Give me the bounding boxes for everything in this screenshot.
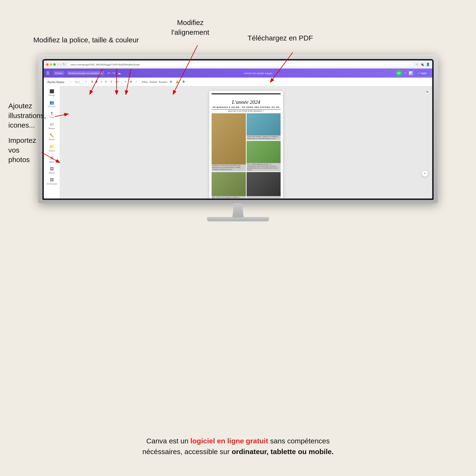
effects-button[interactable]: Effets — [142, 81, 148, 83]
bookmark-icon[interactable]: ☆ — [416, 63, 418, 67]
caption-1: CARIOLE ET TONY DANS NOS VIES, DES PROJE… — [212, 165, 246, 171]
sidebar-item-dessin[interactable]: ✏️ Dessin — [45, 132, 59, 142]
browser-forward-button[interactable]: › — [60, 63, 61, 67]
browser-back-button[interactable]: ‹ — [58, 63, 59, 67]
monitor-bezel-inner: ‹ › ↻ canva.com/design/DAF_Mu59Q/KggF15z… — [42, 59, 434, 200]
design-icon: ⬛ — [50, 89, 54, 94]
text-icon: T — [51, 111, 53, 116]
text-case-button[interactable]: aA — [115, 80, 120, 84]
photo-right-top: LA OÙ TOUT PASSE, L'HIVER ET LA GAMELLE … — [247, 113, 281, 140]
canva-add-button[interactable]: + — [404, 71, 406, 75]
annotation-illustrations: Ajoutezillustrations,icones... — [8, 101, 46, 130]
sidebar-item-marque[interactable]: 🏷 Marque — [45, 121, 59, 131]
bottom-text-part2: sans compétences — [268, 437, 330, 445]
underline-button[interactable]: U — [104, 80, 108, 84]
projets-icon: 📁 — [50, 144, 54, 149]
sidebar-item-photos[interactable]: 🖼 Photos — [45, 165, 59, 175]
bottom-text-part1: Canva est un — [146, 437, 190, 445]
monitor-stand — [38, 203, 438, 221]
italic-button[interactable]: I — [100, 80, 103, 84]
browser-dots — [46, 63, 56, 66]
strikethrough-button[interactable]: S — [109, 80, 113, 84]
account-icon[interactable]: 👤 — [426, 63, 430, 67]
spacing-button[interactable]: ↕ — [135, 80, 138, 84]
dessin-label: Dessin — [49, 138, 55, 141]
applis-icon: ⊞ — [50, 156, 53, 160]
canva-menu-icon[interactable]: ☰ — [46, 71, 50, 75]
browser-navigation: ‹ › ↻ — [58, 62, 66, 67]
canva-share-label: tager — [421, 72, 427, 74]
sidebar-item-elements[interactable]: 👥 Éléments — [45, 99, 59, 109]
animate-button[interactable]: Animer — [150, 81, 157, 83]
align-left-button[interactable]: ≡ — [124, 80, 127, 84]
font-plus-button[interactable]: + — [85, 81, 87, 83]
bottom-text-line2-part1: nécéssaires, accessible sur — [142, 448, 232, 456]
align-list-button[interactable]: ≣ — [129, 80, 133, 84]
font-color-button[interactable]: A — [91, 80, 93, 84]
canva-redo-button[interactable]: ↪ — [112, 71, 116, 75]
sidebar-item-background[interactable]: 🖼 Arrière-plan — [45, 176, 59, 186]
font-size-input[interactable]: 36.3 — [74, 80, 84, 84]
elements-label: Éléments — [48, 105, 56, 108]
caption-4: OUI - OUI ET TI EST DANS LA GRÂCE LA GRA… — [212, 196, 246, 199]
page-divider — [212, 109, 281, 109]
canva-avatar[interactable]: NP — [396, 70, 402, 76]
browser-minimize-dot[interactable] — [50, 63, 52, 66]
canva-cloud-icon: ☁ — [117, 71, 121, 75]
photos-grid: CARIOLE ET TONY DANS NOS VIES, DES PROJE… — [212, 113, 281, 171]
photos-label: Photos — [49, 171, 55, 174]
photo-right-column: LA OÙ TOUT PASSE, L'HIVER ET LA GAMELLE … — [247, 113, 281, 171]
projets-label: Projets — [49, 150, 55, 152]
background-label: Arrière-plan — [46, 183, 57, 185]
canva-download-icon: ⬇ — [418, 72, 420, 75]
photos-icon: 🖼 — [50, 167, 54, 171]
url-text: canva.com/design/DAF_Mu59Q/KggF15z0VtA6Z… — [70, 63, 140, 66]
font-selector[interactable]: Playfair Display — [46, 80, 69, 84]
canva-canvas-area[interactable]: ↻ L'année 2024 DE MARGAUX & JULIEN : UN … — [60, 86, 432, 199]
sidebar-item-applis[interactable]: ⊞ Applis — [45, 154, 59, 165]
browser-actions: ☆ 🔌 👤 — [416, 63, 430, 67]
dessin-icon: ✏️ — [50, 133, 54, 138]
font-minus-button[interactable]: − — [71, 81, 72, 83]
address-bar[interactable]: canva.com/design/DAF_Mu59Q/KggF15z0VtA6Z… — [67, 62, 414, 67]
stand-neck — [228, 203, 248, 218]
canvas-add-button[interactable]: + — [421, 170, 428, 177]
trash-button[interactable]: 🗑 — [181, 80, 186, 84]
stand-base — [207, 217, 269, 221]
monitor-bezel-outer: ‹ › ↻ canva.com/design/DAF_Mu59Q/KggF15z… — [38, 55, 438, 203]
photos-grid-2: OUI - OUI ET TI EST DANS LA GRÂCE LA GRA… — [212, 172, 281, 199]
annotation-police: Modifiez la police, taille & couleur — [33, 35, 139, 45]
caption-3: OUI - L'ÉTAPE MERVEILLEUSE, IL A COMTRIB… — [247, 163, 281, 171]
toolbar-separator-3 — [140, 80, 140, 84]
canva-file-button[interactable]: Fichier — [53, 71, 65, 75]
canva-toolbar: Playfair Display − 36.3 + A B I U S aA ≡… — [44, 78, 432, 86]
browser-close-dot[interactable] — [46, 63, 49, 66]
bold-button[interactable]: B — [95, 80, 99, 84]
refresh-page-button[interactable]: ↻ — [425, 89, 430, 94]
annotation-alignement: Modifiezl'alignement — [171, 18, 209, 37]
extension-icon[interactable]: 🔌 — [420, 63, 424, 67]
canva-page: L'année 2024 DE MARGAUX & JULIEN : UN CH… — [209, 91, 283, 199]
monitor: ‹ › ↻ canva.com/design/DAF_Mu59Q/KggF15z… — [38, 55, 438, 221]
browser-bar: ‹ › ↻ canva.com/design/DAF_Mu59Q/KggF15z… — [44, 60, 432, 68]
elements-icon: 👥 — [50, 100, 54, 105]
photo-bottom-left: OUI - OUI ET TI EST DANS LA GRÂCE LA GRA… — [212, 172, 246, 199]
lock-button[interactable]: 🔒 — [174, 80, 180, 84]
browser-refresh-button[interactable]: ↻ — [63, 62, 66, 67]
canva-chart-icon[interactable]: 📊 — [409, 71, 413, 75]
sidebar-item-text[interactable]: T Texte — [45, 110, 59, 120]
photo-bottom-right — [247, 172, 281, 199]
canva-history: ↩ ↪ ☁ — [107, 71, 121, 75]
design-label: Design — [49, 94, 55, 96]
page-subtitle-text: DE MARGAUX & JULIEN : UN CHIEN, DES COPA… — [209, 106, 283, 109]
sidebar-item-design[interactable]: ⬛ Design — [45, 87, 59, 98]
canva-share-button[interactable]: ⬇ tager — [415, 70, 430, 76]
canva-transform-button[interactable]: Redimensionner ou transformer — [67, 71, 104, 75]
position-button[interactable]: Position — [159, 81, 167, 83]
canva-undo-button[interactable]: ↩ — [107, 71, 110, 75]
grid-button[interactable]: ⊞ — [169, 80, 173, 84]
toolbar-separator-2 — [122, 80, 122, 84]
canva-main-area: ⬛ Design 👥 Éléments T Texte 🏷 — [44, 86, 432, 199]
browser-maximize-dot[interactable] — [53, 63, 56, 66]
sidebar-item-projets[interactable]: 📁 Projets — [45, 143, 59, 153]
